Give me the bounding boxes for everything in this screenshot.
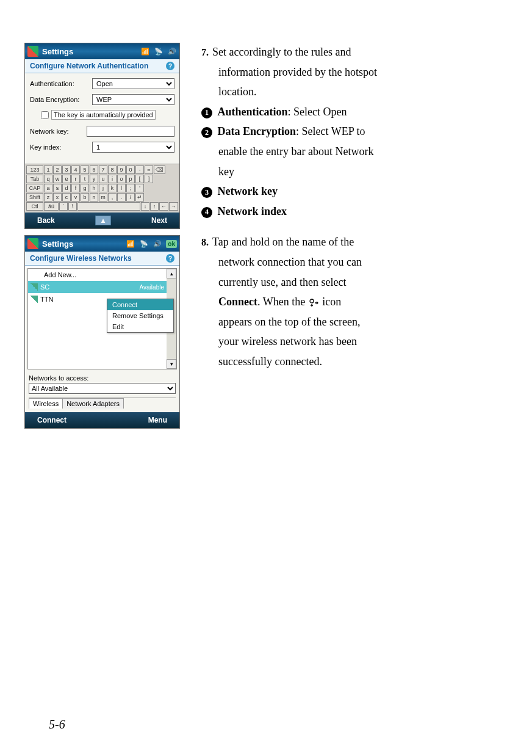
key-u[interactable]: u (99, 175, 107, 183)
windows-logo-icon (27, 46, 38, 57)
key-Ctl[interactable]: Ctl (26, 202, 43, 211)
scroll-up-button[interactable]: ▴ (167, 269, 176, 278)
key-l[interactable]: l (117, 184, 126, 192)
bullet-1-icon: 1 (201, 107, 212, 118)
key-s[interactable]: s (53, 184, 62, 192)
key-z[interactable]: z (44, 193, 52, 202)
menu-softkey[interactable]: Menu (148, 416, 167, 424)
key-[[interactable]: [ (135, 175, 144, 183)
add-new-item[interactable]: Add New... (28, 269, 167, 281)
key-Tab[interactable]: Tab (26, 175, 43, 183)
key-=[interactable]: = (145, 165, 153, 174)
key-g[interactable]: g (81, 184, 89, 192)
key-→[interactable]: → (169, 202, 178, 211)
key-Shift[interactable]: Shift (26, 193, 43, 202)
sip-toggle-icon[interactable]: ▴ (95, 216, 111, 225)
screenshot-wireless-networks: Settings 📶 📡 🔊 ok Configure Wireless Net… (24, 235, 180, 429)
kbd-row-3: CAPasdfghjkl;' (26, 184, 178, 192)
tab-network-adapters[interactable]: Network Adapters (62, 398, 124, 409)
keyindex-select[interactable]: 1 (92, 142, 174, 153)
network-item-sc[interactable]: SC Available (28, 281, 167, 293)
key-'[interactable]: ' (135, 184, 144, 192)
key-f[interactable]: f (71, 184, 80, 192)
key-1[interactable]: 1 (44, 165, 52, 174)
soft-keyboard[interactable]: 1231234567890-=⌫ Tabqwertyuiop[] CAPasdf… (25, 164, 179, 213)
key-/[interactable]: / (126, 193, 135, 202)
key-d[interactable]: d (62, 184, 71, 192)
next-softkey[interactable]: Next (151, 216, 167, 225)
help-icon[interactable]: ? (166, 254, 174, 263)
key-⌫[interactable]: ⌫ (154, 165, 165, 174)
key-j[interactable]: j (99, 184, 107, 192)
key-123[interactable]: 123 (26, 165, 43, 174)
ctx-edit[interactable]: Edit (107, 321, 173, 332)
key-e[interactable]: e (62, 175, 71, 183)
key-m[interactable]: m (99, 193, 107, 202)
authentication-select[interactable]: Open (92, 78, 174, 89)
key-w[interactable]: w (53, 175, 62, 183)
key-`[interactable]: ` (59, 202, 68, 211)
networkkey-input[interactable] (87, 126, 174, 137)
key-3[interactable]: 3 (62, 165, 71, 174)
context-menu: Connect Remove Settings Edit (107, 299, 174, 333)
key-][interactable]: ] (145, 175, 153, 183)
key-←[interactable]: ← (159, 202, 168, 211)
encryption-select[interactable]: WEP (92, 94, 174, 105)
softkey-bar-2: Connect Menu (25, 412, 179, 428)
key-x[interactable]: x (53, 193, 62, 202)
key-;[interactable]: ; (126, 184, 135, 192)
key-4[interactable]: 4 (71, 165, 80, 174)
key-p[interactable]: p (126, 175, 135, 183)
key-2[interactable]: 2 (53, 165, 62, 174)
key-\[interactable]: \ (68, 202, 77, 211)
autokey-checkbox[interactable] (41, 111, 49, 119)
key-t[interactable]: t (81, 175, 89, 183)
key-↑[interactable]: ↑ (150, 202, 159, 211)
key-n[interactable]: n (90, 193, 98, 202)
titlebar: Settings 📶 📡 🔊 (25, 43, 179, 59)
key-o[interactable]: o (117, 175, 126, 183)
key-↓[interactable]: ↓ (141, 202, 149, 211)
svg-point-0 (310, 299, 314, 303)
key-q[interactable]: q (44, 175, 52, 183)
encryption-label: Data Encryption: (30, 96, 92, 103)
scroll-down-button[interactable]: ▾ (167, 359, 176, 369)
key-i[interactable]: i (108, 175, 117, 183)
key-c[interactable]: c (62, 193, 71, 202)
key-0[interactable]: 0 (126, 165, 135, 174)
bullet-3-icon: 3 (201, 187, 212, 198)
subtitle-text-2: Configure Wireless Networks (30, 254, 132, 263)
key-↵[interactable]: ↵ (135, 193, 144, 202)
ok-button[interactable]: ok (166, 240, 177, 248)
key-a[interactable]: a (44, 184, 52, 192)
key-.[interactable]: . (117, 193, 126, 202)
key-5[interactable]: 5 (81, 165, 89, 174)
key-y[interactable]: y (90, 175, 98, 183)
signal-icon: 📡 (154, 46, 164, 56)
key-7[interactable]: 7 (99, 165, 107, 174)
ctx-remove-settings[interactable]: Remove Settings (107, 310, 173, 321)
network-ttn-label: TTN (40, 296, 53, 303)
key-b[interactable]: b (81, 193, 89, 202)
ctx-connect[interactable]: Connect (107, 299, 173, 310)
key-v[interactable]: v (71, 193, 80, 202)
network-sc-status: Available (140, 284, 164, 291)
key-9[interactable]: 9 (117, 165, 126, 174)
key-k[interactable]: k (108, 184, 117, 192)
kbd-row-5: Ctláü`\ ↓↑←→ (26, 202, 178, 211)
key-8[interactable]: 8 (108, 165, 117, 174)
key-space[interactable] (77, 202, 140, 211)
help-icon[interactable]: ? (166, 62, 174, 70)
connect-softkey[interactable]: Connect (37, 416, 66, 424)
tab-wireless[interactable]: Wireless (29, 398, 63, 409)
key-CAP[interactable]: CAP (26, 184, 43, 192)
key-r[interactable]: r (71, 175, 80, 183)
key-áü[interactable]: áü (44, 202, 59, 211)
networks-to-access-select[interactable]: All Available (29, 383, 176, 394)
back-softkey[interactable]: Back (37, 216, 55, 225)
keyindex-label: Key index: (30, 144, 92, 151)
key-h[interactable]: h (90, 184, 98, 192)
key-,[interactable]: , (108, 193, 117, 202)
key-6[interactable]: 6 (90, 165, 98, 174)
key--[interactable]: - (135, 165, 144, 174)
